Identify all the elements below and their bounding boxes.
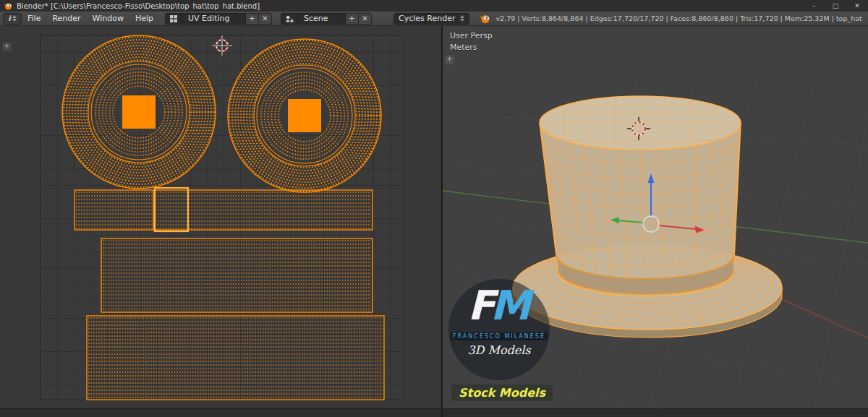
main-area: + User Persp Meters + FM FRANCESCO MILAN… bbox=[0, 26, 868, 417]
screen-layout-browse-button[interactable] bbox=[165, 13, 182, 25]
title-bar[interactable]: Blender* [C:\Users\Francesco-Fisso\Deskt… bbox=[0, 0, 868, 12]
minimize-button[interactable]: – bbox=[803, 0, 825, 12]
editor-type-arrows-icon bbox=[12, 15, 17, 22]
menu-window[interactable]: Window bbox=[87, 12, 129, 26]
screen-layout-name[interactable]: UV Editing bbox=[182, 13, 246, 25]
view-name-label: User Persp bbox=[450, 30, 493, 42]
scene-unlink-button[interactable]: ✕ bbox=[359, 13, 372, 25]
viewport-3d[interactable]: User Persp Meters + FM FRANCESCO MILANES… bbox=[443, 26, 868, 417]
window-controls: – □ ✕ bbox=[803, 0, 868, 12]
blender-app-icon bbox=[4, 1, 12, 10]
blender-logo-icon bbox=[480, 13, 490, 24]
scene-statistics: v2.79 | Verts:8,864/8,864 | Edges:17,720… bbox=[496, 14, 862, 22]
uv-image-editor[interactable]: + bbox=[0, 26, 441, 417]
uv-editor-footer[interactable] bbox=[0, 408, 441, 417]
maximize-button[interactable]: □ bbox=[825, 0, 846, 12]
scene-name[interactable]: Scene bbox=[298, 13, 346, 25]
render-engine-dropdown[interactable]: Cycles Render bbox=[393, 13, 469, 25]
screen-layout-add-button[interactable]: + bbox=[246, 13, 259, 25]
editor-type-button[interactable]: i bbox=[3, 13, 22, 25]
close-button[interactable]: ✕ bbox=[846, 0, 868, 12]
screen-layout-selector: UV Editing + ✕ bbox=[165, 13, 272, 25]
scene-browse-button[interactable] bbox=[281, 13, 298, 25]
watermark-name: FRANCESCO MILANESE bbox=[451, 332, 548, 340]
region-expand-icon[interactable]: + bbox=[2, 42, 12, 51]
menu-render[interactable]: Render bbox=[46, 12, 86, 26]
blender-window: Blender* [C:\Users\Francesco-Fisso\Deskt… bbox=[0, 0, 868, 417]
unit-label: Meters bbox=[450, 42, 493, 53]
uv-islands-canvas[interactable] bbox=[0, 26, 441, 408]
watermark-tagline: 3D Models bbox=[448, 343, 550, 357]
scene-add-button[interactable]: + bbox=[346, 13, 359, 25]
render-engine-value: Cycles Render bbox=[399, 14, 455, 23]
viewport-footer[interactable] bbox=[443, 408, 868, 417]
viewport-overlay: User Persp Meters bbox=[450, 30, 493, 53]
window-title: Blender* [C:\Users\Francesco-Fisso\Deskt… bbox=[17, 2, 260, 10]
dropdown-arrows-icon bbox=[460, 15, 464, 22]
menu-help[interactable]: Help bbox=[129, 12, 159, 26]
watermark-logo: FM FRANCESCO MILANESE 3D Models bbox=[448, 279, 550, 380]
screen-layout-unlink-button[interactable]: ✕ bbox=[259, 13, 272, 25]
info-header: i File Render Window Help UV Editing + ✕ bbox=[0, 12, 868, 26]
menu-file[interactable]: File bbox=[22, 12, 46, 26]
scene-selector: Scene + ✕ bbox=[281, 13, 372, 25]
watermark-footer: Stock Models bbox=[451, 384, 553, 401]
scene-icon bbox=[286, 15, 294, 22]
watermark-initials: FM bbox=[448, 285, 550, 327]
region-expand-icon[interactable]: + bbox=[445, 55, 454, 64]
layout-grid-icon bbox=[170, 15, 177, 22]
info-editor-icon: i bbox=[8, 14, 10, 22]
